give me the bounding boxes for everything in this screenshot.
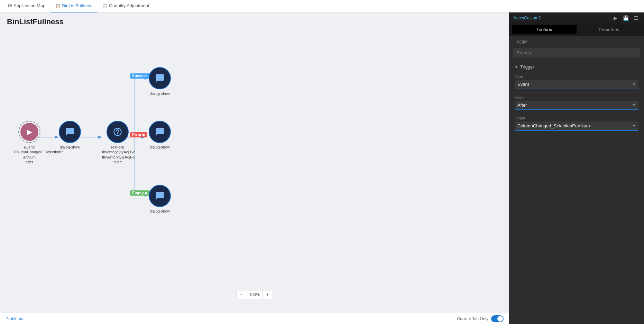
- current-tab-toggle[interactable]: [491, 315, 504, 322]
- hook-chevron-icon: ▼: [632, 103, 636, 107]
- chevron-icon: ▼: [515, 65, 518, 69]
- target-chevron-icon: ▼: [632, 124, 636, 128]
- status-bar: Problems Current Tab Only: [0, 313, 509, 324]
- property-hook-row: Hook After ▼: [509, 92, 644, 113]
- zoom-value: 100%: [246, 290, 263, 299]
- panel-app-subtitle: NatesCustom2: [513, 16, 541, 20]
- trigger-group-header[interactable]: ▼ Trigger: [509, 62, 644, 72]
- empty-badge-wrapper: Empty ▶: [130, 189, 150, 196]
- type-label: Type: [515, 74, 638, 79]
- dialog1-circle: [59, 121, 81, 143]
- dialog1-node[interactable]: dialog-show: [59, 121, 81, 150]
- panel-scroll[interactable]: Trigger ▼ Trigger Type Event ▼: [509, 36, 644, 324]
- map-icon: 🗺: [8, 3, 12, 8]
- event-node[interactable]: ▶ Event:ColumnChanged_SelectionPartNumaf…: [14, 121, 45, 164]
- rest-erp-label: rest-erpInventoryQtyAdj.GetInventoryQtyA…: [102, 145, 133, 164]
- dialog-empty-node[interactable]: dialog-show: [149, 185, 171, 214]
- page-title: BinListFullness: [0, 12, 509, 29]
- trigger-section-label: Trigger: [509, 36, 644, 46]
- property-type-row: Type Event ▼: [509, 72, 644, 92]
- type-select[interactable]: Event ▼: [515, 80, 638, 89]
- problems-link[interactable]: Problems: [6, 316, 23, 321]
- panel-actions: ▶ 💾 ☰: [611, 14, 640, 22]
- dialog-empty-circle: [149, 185, 171, 207]
- target-label: Target: [515, 116, 638, 120]
- dialog-error-label: dialog-show: [150, 145, 170, 150]
- dialog-success-circle: [149, 67, 171, 89]
- hook-select[interactable]: After ▼: [515, 101, 638, 110]
- right-panel: NatesCustom2 ▶ 💾 ☰ Toolbox Properties Tr…: [509, 12, 644, 324]
- flow-connections: [0, 29, 509, 313]
- tab-toolbox[interactable]: Toolbox: [512, 25, 577, 34]
- workflow-icon-2: 📋: [102, 3, 107, 8]
- type-value: Event: [517, 82, 529, 87]
- menu-button[interactable]: ☰: [632, 14, 640, 22]
- dialog-empty-label: dialog-show: [150, 209, 170, 214]
- panel-topbar: NatesCustom2 ▶ 💾 ☰: [509, 12, 644, 24]
- dialog-error-circle: [149, 121, 171, 143]
- flow-canvas[interactable]: ▶ Event:ColumnChanged_SelectionPartNumaf…: [0, 29, 509, 313]
- event-inner: ▶: [20, 123, 38, 141]
- tab-binlistfullness[interactable]: 📋 BinListFullness: [50, 0, 97, 12]
- tab-application-map[interactable]: 🗺 Application Map: [3, 0, 50, 12]
- trigger-group: ▼ Trigger Type Event ▼ Hook After: [509, 62, 644, 134]
- type-chevron-icon: ▼: [632, 82, 636, 86]
- empty-badge: Empty ▶: [130, 190, 150, 196]
- zoom-out-button[interactable]: −: [237, 290, 246, 299]
- save-button[interactable]: 💾: [622, 14, 629, 22]
- tab-bar: 🗺 Application Map 📋 BinListFullness 📋 Qu…: [0, 0, 644, 12]
- hook-label: Hook: [515, 95, 638, 99]
- workflow-icon: 📋: [55, 3, 61, 8]
- zoom-in-button[interactable]: +: [263, 290, 273, 299]
- canvas-area: BinListFullness: [0, 12, 509, 324]
- tab-quantity-adjustment[interactable]: 📋 Quantity Adjustment: [97, 0, 154, 12]
- event-node-label: Event:ColumnChanged_SelectionPartNumafte…: [14, 145, 45, 164]
- current-tab-label: Current Tab Only: [457, 316, 489, 321]
- event-circle: ▶: [18, 121, 40, 143]
- error-badge-wrapper: Error ▶: [130, 131, 147, 137]
- play-button[interactable]: ▶: [611, 14, 619, 22]
- zoom-controls: − 100% +: [236, 290, 273, 299]
- dialog-success-label: dialog-show: [150, 91, 170, 96]
- tab-properties[interactable]: Properties: [577, 25, 641, 34]
- target-value: ColumnChanged_SelectionPartNum: [517, 123, 590, 128]
- property-target-row: Target ColumnChanged_SelectionPartNum ▼: [509, 113, 644, 134]
- status-right: Current Tab Only: [457, 315, 504, 322]
- trigger-group-label: Trigger: [520, 64, 534, 70]
- hook-value: After: [517, 102, 527, 108]
- rest-erp-circle: [107, 121, 129, 143]
- panel-tabs: Toolbox Properties: [509, 24, 644, 36]
- rest-erp-node[interactable]: rest-erpInventoryQtyAdj.GetInventoryQtyA…: [102, 121, 133, 164]
- dialog-error-node[interactable]: dialog-show: [149, 121, 171, 150]
- error-badge: Error ▶: [130, 132, 147, 137]
- dialog1-label: dialog-show: [60, 145, 80, 150]
- target-select[interactable]: ColumnChanged_SelectionPartNum ▼: [515, 122, 638, 131]
- search-input[interactable]: [513, 48, 640, 57]
- dialog-success-node[interactable]: dialog-show: [149, 67, 171, 96]
